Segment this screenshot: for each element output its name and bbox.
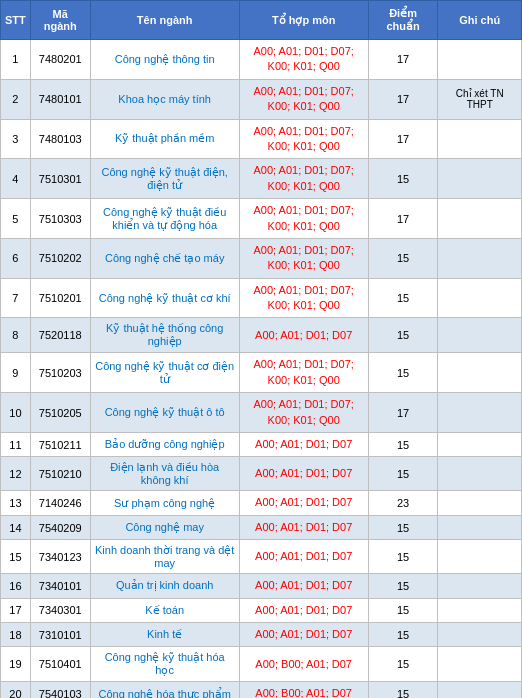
cell-diem-chuan: 15 — [368, 598, 438, 622]
cell-diem-chuan: 17 — [368, 393, 438, 433]
table-row: 1 7480201 Công nghệ thông tin A00; A01; … — [1, 40, 522, 80]
cell-ten-nganh: Quản trị kinh doanh — [90, 574, 239, 598]
table-row: 6 7510202 Công nghệ chế tạo máy A00; A01… — [1, 238, 522, 278]
cell-to-hop: A00; A01; D01; D07 — [239, 318, 368, 353]
cell-ghi-chu — [438, 682, 522, 698]
cell-stt: 13 — [1, 491, 31, 515]
cell-stt: 10 — [1, 393, 31, 433]
cell-ghi-chu — [438, 515, 522, 539]
cell-to-hop: A00; A01; D01; D07;K00; K01; Q00 — [239, 40, 368, 80]
cell-to-hop: A00; A01; D01; D07;K00; K01; Q00 — [239, 159, 368, 199]
table-row: 17 7340301 Kế toán A00; A01; D01; D07 15 — [1, 598, 522, 622]
cell-stt: 17 — [1, 598, 31, 622]
cell-ghi-chu: Chỉ xét TN THPT — [438, 79, 522, 119]
cell-ma-nganh: 7510301 — [30, 159, 90, 199]
header-to-hop-mon: Tổ hợp môn — [239, 1, 368, 40]
table-row: 15 7340123 Kinh doanh thời trang và dệt … — [1, 540, 522, 574]
cell-diem-chuan: 17 — [368, 119, 438, 159]
cell-ghi-chu — [438, 353, 522, 393]
header-ten-nganh: Tên ngành — [90, 1, 239, 40]
cell-ghi-chu — [438, 40, 522, 80]
cell-ghi-chu — [438, 598, 522, 622]
table-row: 18 7310101 Kinh tế A00; A01; D01; D07 15 — [1, 622, 522, 646]
cell-ten-nganh: Kinh tế — [90, 622, 239, 646]
cell-stt: 7 — [1, 278, 31, 318]
cell-ma-nganh: 7510205 — [30, 393, 90, 433]
cell-ghi-chu — [438, 238, 522, 278]
table-header: STT Mã ngành Tên ngành Tổ hợp môn Điểm c… — [1, 1, 522, 40]
cell-ghi-chu — [438, 457, 522, 491]
cell-stt: 8 — [1, 318, 31, 353]
cell-ma-nganh: 7340301 — [30, 598, 90, 622]
cell-to-hop: A00; A01; D01; D07;K00; K01; Q00 — [239, 79, 368, 119]
table-row: 11 7510211 Bảo dưỡng công nghiệp A00; A0… — [1, 433, 522, 457]
cell-to-hop: A00; A01; D01; D07;K00; K01; Q00 — [239, 119, 368, 159]
cell-ma-nganh: 7510401 — [30, 647, 90, 682]
cell-ma-nganh: 7480103 — [30, 119, 90, 159]
cell-ma-nganh: 7510202 — [30, 238, 90, 278]
header-ghi-chu: Ghi chú — [438, 1, 522, 40]
cell-ghi-chu — [438, 433, 522, 457]
cell-to-hop: A00; A01; D01; D07 — [239, 540, 368, 574]
cell-ma-nganh: 7520118 — [30, 318, 90, 353]
cell-ghi-chu — [438, 540, 522, 574]
cell-stt: 20 — [1, 682, 31, 698]
cell-diem-chuan: 15 — [368, 238, 438, 278]
cell-to-hop: A00; A01; D01; D07 — [239, 491, 368, 515]
table-row: 7 7510201 Công nghệ kỹ thuật cơ khí A00;… — [1, 278, 522, 318]
cell-ghi-chu — [438, 199, 522, 239]
cell-ten-nganh: Công nghệ kỹ thuật cơ điện tử — [90, 353, 239, 393]
table-row: 12 7510210 Điện lạnh và điều hòa không k… — [1, 457, 522, 491]
cell-ten-nganh: Công nghệ kỹ thuật cơ khí — [90, 278, 239, 318]
cell-diem-chuan: 15 — [368, 278, 438, 318]
cell-stt: 14 — [1, 515, 31, 539]
cell-diem-chuan: 15 — [368, 647, 438, 682]
cell-ten-nganh: Sư phạm công nghệ — [90, 491, 239, 515]
cell-ma-nganh: 7140246 — [30, 491, 90, 515]
cell-to-hop: A00; A01; D01; D07 — [239, 433, 368, 457]
cell-stt: 2 — [1, 79, 31, 119]
cell-stt: 19 — [1, 647, 31, 682]
cell-diem-chuan: 17 — [368, 79, 438, 119]
cell-ten-nganh: Công nghệ hóa thực phẩm — [90, 682, 239, 698]
cell-stt: 5 — [1, 199, 31, 239]
cell-to-hop: A00; B00; A01; D07 — [239, 647, 368, 682]
cell-stt: 16 — [1, 574, 31, 598]
header-stt: STT — [1, 1, 31, 40]
cell-ma-nganh: 7540209 — [30, 515, 90, 539]
table-row: 10 7510205 Công nghệ kỹ thuật ô tô A00; … — [1, 393, 522, 433]
cell-to-hop: A00; B00; A01; D07 — [239, 682, 368, 698]
cell-diem-chuan: 15 — [368, 457, 438, 491]
cell-ma-nganh: 7340101 — [30, 574, 90, 598]
cell-ghi-chu — [438, 119, 522, 159]
cell-diem-chuan: 17 — [368, 40, 438, 80]
cell-to-hop: A00; A01; D01; D07 — [239, 457, 368, 491]
cell-diem-chuan: 23 — [368, 491, 438, 515]
cell-ten-nganh: Công nghệ thông tin — [90, 40, 239, 80]
cell-diem-chuan: 15 — [368, 682, 438, 698]
table-row: 20 7540103 Công nghệ hóa thực phẩm A00; … — [1, 682, 522, 698]
cell-ghi-chu — [438, 318, 522, 353]
cell-ten-nganh: Kế toán — [90, 598, 239, 622]
cell-ma-nganh: 7510303 — [30, 199, 90, 239]
cell-stt: 9 — [1, 353, 31, 393]
cell-diem-chuan: 15 — [368, 353, 438, 393]
cell-to-hop: A00; A01; D01; D07;K00; K01; Q00 — [239, 393, 368, 433]
cell-stt: 4 — [1, 159, 31, 199]
cell-ma-nganh: 7480101 — [30, 79, 90, 119]
table-row: 8 7520118 Kỹ thuật hệ thống công nghiệp … — [1, 318, 522, 353]
cell-ma-nganh: 7480201 — [30, 40, 90, 80]
cell-ma-nganh: 7510210 — [30, 457, 90, 491]
cell-stt: 6 — [1, 238, 31, 278]
cell-ten-nganh: Bảo dưỡng công nghiệp — [90, 433, 239, 457]
cell-ten-nganh: Kỹ thuật hệ thống công nghiệp — [90, 318, 239, 353]
cell-stt: 11 — [1, 433, 31, 457]
table-row: 5 7510303 Công nghệ kỹ thuật điều khiển … — [1, 199, 522, 239]
cell-ten-nganh: Điện lạnh và điều hòa không khí — [90, 457, 239, 491]
cell-ghi-chu — [438, 647, 522, 682]
cell-diem-chuan: 15 — [368, 159, 438, 199]
cell-ghi-chu — [438, 574, 522, 598]
cell-ten-nganh: Kinh doanh thời trang và dệt may — [90, 540, 239, 574]
cell-ten-nganh: Công nghệ kỹ thuật điện, điện tử — [90, 159, 239, 199]
cell-stt: 15 — [1, 540, 31, 574]
